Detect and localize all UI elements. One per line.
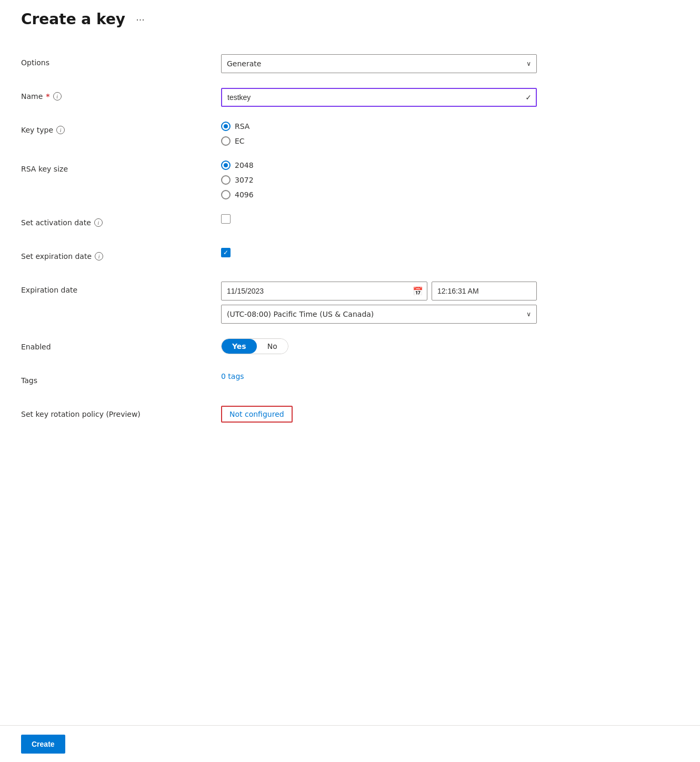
rsa-size-2048-option[interactable]: 2048 xyxy=(221,161,537,170)
name-input-checkmark: ✓ xyxy=(525,93,532,102)
name-control: ✓ xyxy=(221,88,537,107)
expiration-date-set-label: Set expiration date i xyxy=(21,248,221,260)
key-type-row: Key type i RSA EC xyxy=(21,122,600,146)
rsa-size-3072-label: 3072 xyxy=(235,176,254,184)
key-type-rsa-radio[interactable] xyxy=(221,122,231,131)
name-required-star: * xyxy=(46,92,49,101)
expiration-date-value-label: Expiration date xyxy=(21,282,221,294)
name-row: Name * i ✓ xyxy=(21,88,600,107)
rsa-size-2048-dot xyxy=(224,163,228,167)
key-type-ec-option[interactable]: EC xyxy=(221,136,537,146)
page-footer: Create xyxy=(0,725,700,762)
name-info-icon[interactable]: i xyxy=(53,92,62,101)
expiration-date-input[interactable] xyxy=(221,282,427,300)
rsa-key-size-row: RSA key size 2048 3072 xyxy=(21,161,600,199)
enabled-control: Yes No xyxy=(221,338,537,354)
tags-link[interactable]: 0 tags xyxy=(221,372,244,380)
rsa-key-size-control: 2048 3072 4096 xyxy=(221,161,537,199)
activation-date-row: Set activation date i xyxy=(21,214,600,233)
rotation-policy-control: Not configured xyxy=(221,406,537,423)
enabled-yes-option[interactable]: Yes xyxy=(222,339,257,354)
not-configured-wrapper: Not configured xyxy=(221,406,293,423)
options-dropdown-arrow: ∨ xyxy=(526,60,531,67)
tags-label: Tags xyxy=(21,372,221,385)
enabled-row: Enabled Yes No xyxy=(21,338,600,357)
create-button[interactable]: Create xyxy=(21,735,65,754)
key-type-ec-radio[interactable] xyxy=(221,136,231,146)
tags-row: Tags 0 tags xyxy=(21,372,600,391)
options-dropdown[interactable]: Generate ∨ xyxy=(221,54,537,73)
key-type-control: RSA EC xyxy=(221,122,537,146)
rsa-key-size-radio-group: 2048 3072 4096 xyxy=(221,161,537,199)
timezone-selected-value: (UTC-08:00) Pacific Time (US & Canada) xyxy=(227,310,374,318)
calendar-icon[interactable]: 📅 xyxy=(413,286,423,296)
rsa-size-4096-radio[interactable] xyxy=(221,190,231,199)
expiration-date-set-row: Set expiration date i ✓ xyxy=(21,248,600,267)
key-type-label: Key type i xyxy=(21,122,221,134)
rsa-size-4096-label: 4096 xyxy=(235,190,254,199)
enabled-label: Enabled xyxy=(21,338,221,351)
timezone-dropdown-arrow: ∨ xyxy=(526,310,531,318)
enabled-no-option[interactable]: No xyxy=(257,339,288,354)
options-selected-value: Generate xyxy=(227,59,261,68)
rsa-size-3072-option[interactable]: 3072 xyxy=(221,175,537,185)
expiration-date-checkbox[interactable]: ✓ xyxy=(221,248,231,257)
page-title: Create a key xyxy=(21,11,125,28)
activation-date-checkbox[interactable] xyxy=(221,214,231,224)
expiration-date-input-wrapper: 📅 xyxy=(221,282,427,300)
timezone-dropdown[interactable]: (UTC-08:00) Pacific Time (US & Canada) ∨ xyxy=(221,305,537,324)
key-type-rsa-label: RSA xyxy=(235,122,249,131)
expiration-time-input[interactable] xyxy=(432,282,537,300)
key-type-rsa-option[interactable]: RSA xyxy=(221,122,537,131)
rotation-policy-row: Set key rotation policy (Preview) Not co… xyxy=(21,406,600,425)
activation-date-info-icon[interactable]: i xyxy=(94,218,103,227)
expiration-date-value-control: 📅 (UTC-08:00) Pacific Time (US & Canada)… xyxy=(221,282,537,324)
rsa-size-2048-radio[interactable] xyxy=(221,161,231,170)
expiration-date-group: 📅 (UTC-08:00) Pacific Time (US & Canada)… xyxy=(221,282,537,324)
not-configured-link[interactable]: Not configured xyxy=(229,410,284,418)
key-type-info-icon[interactable]: i xyxy=(56,126,65,134)
key-type-radio-group: RSA EC xyxy=(221,122,537,146)
rsa-size-4096-option[interactable]: 4096 xyxy=(221,190,537,199)
key-type-ec-label: EC xyxy=(235,137,245,145)
expiration-date-value-row: Expiration date 📅 (UTC-08:00) Pacific Ti… xyxy=(21,282,600,324)
name-label: Name * i xyxy=(21,88,221,101)
expiration-date-info-icon[interactable]: i xyxy=(95,252,103,260)
more-options-button[interactable]: ··· xyxy=(132,11,149,27)
activation-date-control xyxy=(221,214,537,224)
activation-date-label: Set activation date i xyxy=(21,214,221,227)
options-control: Generate ∨ xyxy=(221,54,537,73)
rsa-size-3072-radio[interactable] xyxy=(221,175,231,185)
name-input-wrapper: ✓ xyxy=(221,88,537,107)
rotation-policy-label: Set key rotation policy (Preview) xyxy=(21,406,221,418)
options-row: Options Generate ∨ xyxy=(21,54,600,73)
rsa-size-2048-label: 2048 xyxy=(235,161,254,169)
expiration-date-checkmark: ✓ xyxy=(223,249,228,256)
page-header: Create a key ··· xyxy=(21,11,679,33)
expiration-date-set-control: ✓ xyxy=(221,248,537,257)
create-key-form: Options Generate ∨ Name * i ✓ xyxy=(21,54,600,425)
rsa-key-size-label: RSA key size xyxy=(21,161,221,173)
key-type-rsa-dot xyxy=(224,124,228,128)
enabled-toggle[interactable]: Yes No xyxy=(221,338,288,354)
tags-control: 0 tags xyxy=(221,372,537,380)
name-input[interactable] xyxy=(221,88,537,107)
expiration-date-time-row: 📅 xyxy=(221,282,537,300)
options-label: Options xyxy=(21,54,221,67)
